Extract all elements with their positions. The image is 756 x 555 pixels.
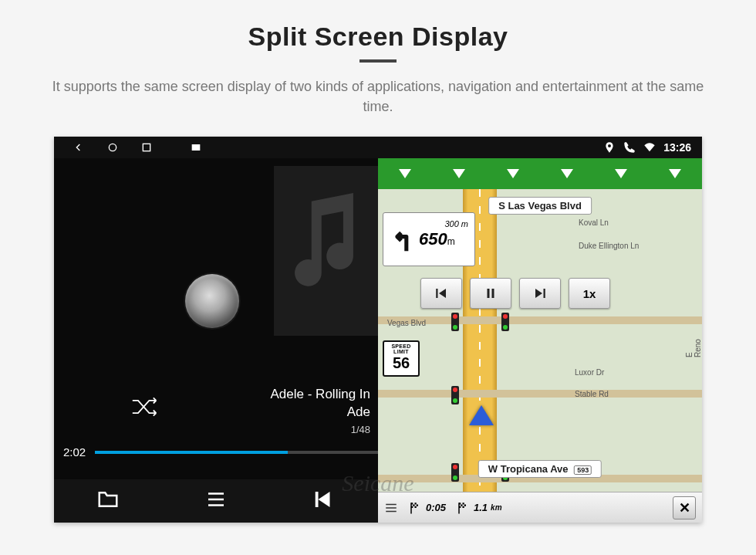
playlist-button[interactable]: [204, 488, 228, 514]
traffic-light-icon: [501, 313, 509, 331]
track-title: Adele - Rolling In: [271, 386, 370, 404]
music-player-panel: Adele - Rolling In Ade 1/48 2:02: [54, 158, 378, 523]
road-label-duke: Duke Ellington Ln: [579, 242, 639, 250]
svg-rect-1: [143, 144, 150, 151]
close-nav-button[interactable]: ✕: [673, 496, 696, 519]
svg-rect-4: [436, 289, 437, 298]
svg-rect-5: [488, 289, 490, 298]
screenshot-icon[interactable]: [190, 141, 202, 154]
navigation-cursor-icon: [469, 405, 494, 425]
lane-arrow-icon: [669, 169, 681, 178]
status-time: 13:26: [663, 141, 691, 154]
svg-rect-2: [192, 144, 201, 151]
music-bottom-bar: [54, 479, 378, 523]
road-label-vegas: Vegas Blvd: [387, 319, 426, 327]
svg-rect-10: [413, 504, 414, 506]
turn-secondary-unit: m: [461, 219, 468, 228]
progress-fill: [95, 451, 287, 454]
street-name-top: S Las Vegas Blvd: [488, 197, 592, 215]
elapsed-time: 2:02: [63, 445, 86, 459]
svg-rect-3: [316, 492, 319, 507]
progress-bar[interactable]: [95, 451, 378, 454]
lane-arrow-icon: [561, 169, 573, 178]
phone-icon: [623, 141, 636, 154]
svg-rect-6: [492, 289, 494, 298]
navigation-panel: Koval Ln Duke Ellington Ln E Reno Ave Lu…: [378, 158, 702, 523]
location-icon: [603, 141, 616, 154]
turn-left-icon: [388, 226, 414, 252]
menu-icon[interactable]: [384, 501, 398, 515]
turn-secondary-distance: 300: [444, 219, 458, 228]
checkered-flag-icon: [457, 501, 471, 515]
progress-row: 2:02: [63, 445, 378, 459]
turn-instruction-box: 650m 300 m: [383, 212, 475, 266]
svg-rect-18: [464, 504, 466, 506]
speed-limit-sign: SPEED LIMIT 56: [383, 340, 420, 377]
page-title: Split Screen Display: [0, 0, 756, 52]
svg-rect-9: [415, 503, 417, 504]
wifi-icon: [643, 141, 656, 154]
lane-arrow-icon: [453, 169, 465, 178]
remaining-distance-unit: km: [491, 503, 501, 512]
svg-rect-17: [461, 504, 462, 506]
title-underline: [359, 59, 397, 63]
road-label-koval: Koval Ln: [579, 218, 609, 227]
home-icon[interactable]: [106, 141, 119, 154]
remaining-distance-segment: 1.1 km: [457, 501, 502, 515]
simulation-controls: 1x: [420, 278, 610, 309]
svg-rect-20: [463, 506, 464, 507]
cross-road-2: [378, 390, 702, 398]
track-info: Adele - Rolling In Ade 1/48: [271, 386, 370, 436]
nav-bottom-bar: 0:05 1.1 km ✕: [378, 492, 702, 523]
svg-rect-16: [463, 503, 464, 504]
turn-distance: 650: [419, 229, 447, 249]
page-subtitle: It supports the same screen display of t…: [39, 76, 717, 117]
back-icon[interactable]: [73, 141, 85, 154]
speed-limit-label: SPEED LIMIT: [384, 343, 418, 354]
previous-track-button[interactable]: [312, 488, 336, 514]
road-label-stable: Stable Rd: [575, 390, 609, 398]
sim-next-button[interactable]: [519, 278, 561, 309]
cross-road-1: [378, 316, 702, 324]
folder-button[interactable]: [96, 488, 120, 514]
android-status-bar: 13:26: [54, 137, 702, 158]
music-note-icon: [282, 193, 366, 293]
track-artist: Ade: [271, 404, 370, 421]
device-screenshot: 13:26 Adele - Rolling In Ade 1/48 2:02: [54, 137, 702, 523]
traffic-light-icon: [451, 463, 459, 482]
traffic-light-icon: [451, 386, 459, 404]
traffic-light-icon: [451, 313, 459, 331]
road-label-luxor: Luxor Dr: [575, 368, 604, 377]
eta-segment: 0:05: [409, 501, 446, 515]
checkered-flag-icon: [409, 501, 423, 515]
street-number-badge: 593: [574, 465, 592, 475]
svg-rect-11: [417, 504, 418, 506]
svg-point-0: [109, 144, 116, 151]
lane-guidance-bar: [378, 158, 702, 189]
recent-apps-icon[interactable]: [140, 141, 153, 154]
sim-pause-button[interactable]: [470, 278, 511, 309]
lane-arrow-icon: [507, 169, 519, 178]
remaining-distance: 1.1: [474, 502, 488, 513]
road-label-reno: E Reno Ave: [685, 339, 702, 357]
sim-prev-button[interactable]: [420, 278, 462, 309]
eta-value: 0:05: [426, 502, 446, 513]
svg-rect-7: [544, 289, 545, 298]
lane-arrow-icon: [615, 169, 627, 178]
sim-speed-button[interactable]: 1x: [569, 278, 610, 309]
street-name-bottom: W Tropicana Ave 593: [478, 460, 602, 478]
shuffle-icon[interactable]: [131, 396, 159, 418]
turn-distance-unit: m: [447, 236, 455, 247]
svg-rect-13: [415, 506, 417, 507]
speed-limit-value: 56: [384, 354, 418, 372]
street-bottom-text: W Tropicana Ave: [488, 463, 569, 475]
split-drag-handle[interactable]: [185, 274, 239, 328]
sim-speed-label: 1x: [583, 287, 596, 300]
track-counter: 1/48: [271, 423, 370, 437]
lane-arrow-icon: [399, 169, 411, 178]
